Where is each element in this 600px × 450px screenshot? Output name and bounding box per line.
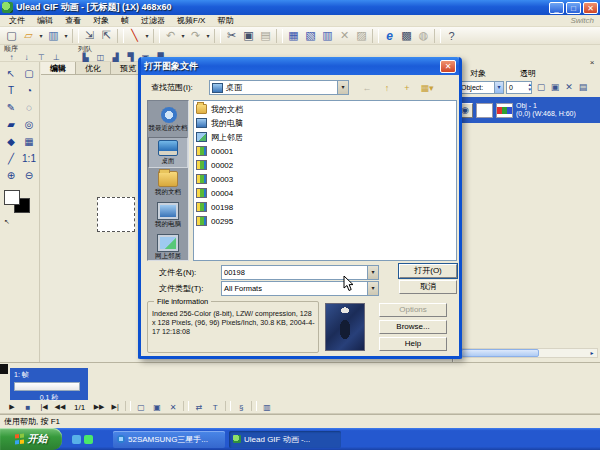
cut-button[interactable]: ✂	[223, 28, 240, 44]
open-button[interactable]: ▱	[20, 28, 37, 44]
move-up-button[interactable]: ↑	[4, 52, 19, 62]
file-row[interactable]: 我的电脑	[196, 116, 456, 130]
menu-item[interactable]: 过滤器	[135, 15, 171, 26]
frame-1-cell[interactable]: 1: 帧 0.1 秒	[10, 368, 88, 400]
dialog-close-button[interactable]: ✕	[440, 60, 456, 73]
file-row[interactable]: 我的文档	[196, 102, 456, 116]
delete-object-button[interactable]: ✕	[562, 81, 576, 94]
place-my-documents[interactable]: 我的文档	[148, 169, 188, 200]
paint-tool[interactable]: ✎	[2, 99, 20, 116]
rotate-tool[interactable]: ◔	[20, 82, 38, 99]
file-row[interactable]: 网上邻居	[196, 130, 456, 144]
object-thumbnail[interactable]	[476, 103, 493, 118]
export-video-button[interactable]: ▩	[398, 28, 415, 44]
view-menu-button[interactable]: ▦▾	[419, 81, 435, 95]
last-frame-button[interactable]: ▶|	[107, 401, 123, 413]
duplicate-object-toolbar-button[interactable]: ▥	[319, 28, 336, 44]
delete-frame-button[interactable]: ✕	[165, 401, 181, 413]
zoom-in-tool[interactable]: ⊕	[2, 167, 20, 184]
combo-arrow-icon[interactable]: ▾	[367, 266, 378, 279]
paste-button[interactable]: ▤	[257, 28, 274, 44]
canvas-selection[interactable]	[97, 197, 135, 232]
up-one-level-button[interactable]: ↑	[379, 81, 395, 95]
zoom-out-tool[interactable]: ⊖	[20, 167, 38, 184]
add-image-button[interactable]: ▦	[285, 28, 302, 44]
open-dropdown[interactable]: ▾	[37, 28, 45, 44]
taskbar-task[interactable]: 52SAMSUNG三星手...	[113, 431, 225, 448]
minimize-button[interactable]: _	[549, 2, 564, 14]
combo-arrow-icon[interactable]: ▾	[494, 82, 503, 93]
add-frame-button[interactable]: ▢	[133, 401, 149, 413]
fill-tool[interactable]: ◆	[2, 133, 20, 150]
new-folder-button[interactable]: +	[399, 81, 415, 95]
menu-item[interactable]: 编辑	[31, 15, 59, 26]
redo-button[interactable]: ↷	[187, 28, 204, 44]
menu-item[interactable]: 文件	[3, 15, 31, 26]
combo-arrow-icon[interactable]: ▾	[367, 282, 378, 295]
duplicate-object-button[interactable]: ▣	[548, 81, 562, 94]
object-panel-hscrollbar[interactable]: ▸	[458, 348, 598, 358]
context-help-button[interactable]: ?	[443, 28, 460, 44]
scrollbar-right-arrow-icon[interactable]: ▸	[587, 349, 597, 357]
transparency-spinner[interactable]: 0 ▴▾	[506, 81, 532, 94]
palette-thumbnail[interactable]	[496, 103, 513, 118]
eyedropper-tool[interactable]: ╱	[2, 150, 20, 167]
taskbar-task[interactable]: Ulead GIF 动画 -...	[229, 431, 341, 448]
panel-grip[interactable]	[0, 364, 8, 374]
menu-item[interactable]: 对象	[87, 15, 115, 26]
dialog-titlebar[interactable]: 打开图象文件 ✕	[141, 57, 459, 75]
menu-item[interactable]: 查看	[59, 15, 87, 26]
lasso-tool[interactable]: ◌	[20, 99, 38, 116]
place-my-computer[interactable]: 我的电脑	[148, 201, 188, 232]
add-text-button[interactable]: ▧	[302, 28, 319, 44]
start-button[interactable]: 开始	[0, 428, 62, 450]
align-right-button[interactable]: ▟	[108, 52, 123, 62]
menu-item[interactable]: 帧	[115, 15, 135, 26]
save-dropdown[interactable]: ▾	[62, 28, 70, 44]
text-tool[interactable]: T	[2, 82, 20, 99]
swap-colors-icon[interactable]: ↖	[4, 218, 10, 226]
tween-button[interactable]: ⇄	[191, 401, 207, 413]
object-row[interactable]: ◉ Obj - 1 (0,0) (W:468, H:60)	[454, 97, 600, 123]
eraser-tool[interactable]: ▰	[2, 116, 20, 133]
open-button[interactable]: 打开(O)	[399, 264, 457, 278]
cancel-button[interactable]: 取消	[399, 280, 457, 294]
back-button[interactable]: ←	[359, 81, 375, 95]
file-row[interactable]: 00198	[196, 200, 456, 214]
undo-button[interactable]: ↶	[162, 28, 179, 44]
file-row[interactable]: 00003	[196, 172, 456, 186]
foreground-color-swatch[interactable]	[4, 190, 20, 205]
move-to-top-button[interactable]: ⊤	[34, 52, 49, 62]
prev-frame-button[interactable]: ◀◀	[52, 401, 68, 413]
import-image-button[interactable]: ⇲	[81, 28, 98, 44]
first-frame-button[interactable]: |◀	[36, 401, 52, 413]
delete-object-toolbar-button[interactable]: ✕	[336, 28, 353, 44]
align-center-button[interactable]: ◫	[93, 52, 108, 62]
panel-close-icon[interactable]: ×	[587, 58, 597, 68]
new-button[interactable]: ▢	[3, 28, 20, 44]
magnify-tool[interactable]: ◎	[20, 116, 38, 133]
file-row[interactable]: 00002	[196, 158, 456, 172]
move-down-button[interactable]: ↓	[19, 52, 34, 62]
file-type-combo[interactable]: All Formats ▾	[221, 281, 379, 296]
file-row[interactable]: 00001	[196, 144, 456, 158]
wizard-button[interactable]: ╲	[126, 28, 143, 44]
redo-dropdown[interactable]: ▾	[204, 28, 212, 44]
quick-launch-3[interactable]	[96, 435, 105, 444]
file-row[interactable]: 00004	[196, 186, 456, 200]
object-properties-button[interactable]: ▤	[576, 81, 590, 94]
undo-dropdown[interactable]: ▾	[179, 28, 187, 44]
align-top-button[interactable]: ▜	[123, 52, 138, 62]
mode-tab[interactable]: 优化	[76, 62, 111, 74]
save-button[interactable]: ▥	[45, 28, 62, 44]
play-button[interactable]: ▶	[4, 401, 20, 413]
marquee-tool[interactable]: ▢	[20, 65, 38, 82]
menu-item[interactable]: 视频F/X	[171, 15, 211, 26]
browse-button[interactable]: Browse...	[379, 320, 447, 334]
quick-launch-2[interactable]	[84, 435, 93, 444]
optimize-button[interactable]: ▨	[353, 28, 370, 44]
mode-tab[interactable]: 编辑	[41, 62, 76, 74]
file-row[interactable]: 00295	[196, 214, 456, 228]
preview-in-browser-button[interactable]: e	[381, 28, 398, 44]
pick-tool[interactable]: ↖	[2, 65, 20, 82]
